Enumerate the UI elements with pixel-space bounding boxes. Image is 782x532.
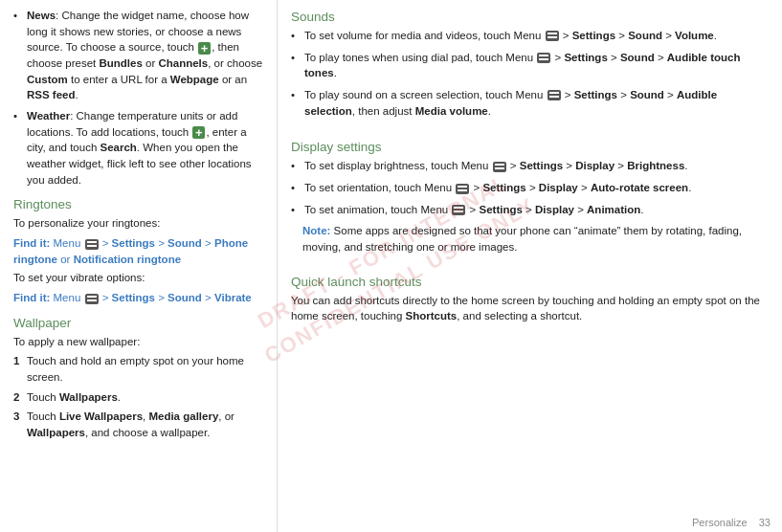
menu-icon-selection [547,90,561,100]
footer-page: 33 [759,517,771,528]
sound-bold-s3: Sound [630,89,664,100]
settings-bold-2: Settings [112,292,155,303]
audible-touch-bold: Audible touch tones [304,52,740,79]
sound-bold-s1: Sound [628,30,662,41]
bullet-text-weather: Weather: Change temperature units or add… [27,108,265,188]
ringtones-intro: To personalize your ringtones: [13,215,265,232]
display-bold-d1: Display [575,160,614,171]
footer-label: Personalize [692,517,747,528]
menu-icon-brightness [493,162,506,172]
wallpapers-bold: Wallpapers [59,391,118,403]
step-1-num: 1 [13,353,27,369]
ringtones-heading: Ringtones [13,197,265,211]
step-2: 2 Touch Wallpapers. [13,389,265,406]
step-1-text: Touch and hold an empty spot on your hom… [27,353,265,385]
media-volume-bold: Media volume [415,105,488,117]
right-column: Sounds • To set volume for media and vid… [278,0,782,532]
page-footer: Personalize 33 [692,517,771,528]
sounds-bullet-3: • To play sound on a screen selection, t… [291,87,769,119]
rssfeed-bold: RSS feed [27,89,76,100]
display-bold-d3: Display [535,204,574,215]
sounds-bullet-1: • To set volume for media and videos, to… [291,28,769,44]
bullet-text-news: News: Change the widget name, choose how… [27,8,265,103]
wallpaper-heading: Wallpaper [13,316,265,330]
step-3-text: Touch Live Wallpapers, Media gallery, or… [27,409,265,440]
sounds-bullet-text-1: To set volume for media and videos, touc… [304,28,769,44]
settings-bold-s3: Settings [574,89,617,100]
findit-label-1: Find it: [13,237,50,249]
separator-2 [291,259,769,265]
settings-bold-s2: Settings [564,52,607,63]
left-column: • News: Change the widget name, choose h… [0,0,278,532]
news-label: News [27,10,56,21]
separator-1 [291,124,769,130]
display-bullet-dot-1: • [291,158,301,174]
wallpapers-bold-2: Wallpapers [27,427,85,438]
volume-bold: Volume [675,30,714,41]
custom-bold: Custom [27,74,68,85]
sound-bold-2: Sound [168,292,202,303]
bullet-dot-news: • [13,8,23,24]
menu-icon-ringtone [85,239,99,250]
bundles-bold: Bundles [99,57,142,69]
bullet-weather: • Weather: Change temperature units or a… [13,108,265,188]
search-bold: Search [101,142,137,153]
step-3: 3 Touch Live Wallpapers, Media gallery, … [13,409,265,440]
bullet-dot-weather: • [13,108,23,124]
animation-bold: Animation [587,204,640,215]
notification-ringtone-bold: Notification ringtone [74,254,181,265]
vibrate-bold: Vibrate [214,292,252,303]
sound-bold-1: Sound [168,237,202,249]
findit-label-2: Find it: [13,292,50,303]
sound-bold-s2: Sound [620,52,655,63]
display-bullet-dot-2: • [291,180,301,196]
sounds-bullet-text-3: To play sound on a screen selection, tou… [304,87,769,119]
menu-icon-orientation [456,184,469,194]
display-bullet-text-3: To set animation, touch Menu > Settings … [304,202,769,218]
findit-vibrate: Find it: Menu > Settings > Sound > Vibra… [13,290,265,306]
sounds-bullet-text-2: To play tones when using dial pad, touch… [304,50,769,81]
menu-icon-animation [452,205,465,215]
menu-icon-vibrate [85,294,99,304]
settings-bold-1: Settings [112,237,155,249]
settings-bold-s1: Settings [572,30,615,41]
display-bullet-1: • To set display brightness, touch Menu … [291,158,769,174]
menu-icon-volume [546,31,559,41]
display-bold-d2: Display [539,182,578,193]
findit-ringtone: Find it: Menu > Settings > Sound > Phone… [13,235,265,267]
settings-bold-d2: Settings [482,182,525,193]
display-settings-heading: Display settings [291,140,769,154]
settings-bold-d1: Settings [520,160,563,171]
display-bullet-dot-3: • [291,202,301,218]
note-label: Note: [302,225,330,236]
brightness-bold: Brightness [627,160,684,171]
menu-icon-tones [537,53,550,63]
plus-icon-news: + [198,42,211,55]
step-2-num: 2 [13,389,27,406]
step-1: 1 Touch and hold an empty spot on your h… [13,353,265,385]
sounds-bullet-2: • To play tones when using dial pad, tou… [291,50,769,81]
wallpaper-intro: To apply a new wallpaper: [13,334,265,350]
step-3-num: 3 [13,409,27,425]
display-bullet-2: • To set orientation, touch Menu > Setti… [291,180,769,196]
display-bullet-text-1: To set display brightness, touch Menu > … [304,158,769,174]
auto-rotate-bold: Auto-rotate screen [591,182,688,193]
display-bullet-text-2: To set orientation, touch Menu > Setting… [304,180,769,196]
webpage-bold: Webpage [170,74,219,85]
quick-launch-heading: Quick launch shortcuts [291,275,769,289]
display-bullet-3: • To set animation, touch Menu > Setting… [291,202,769,218]
sounds-bullet-dot-2: • [291,50,301,66]
sounds-bullet-dot-1: • [291,28,301,44]
plus-icon-weather: + [192,126,205,139]
page-container: • News: Change the widget name, choose h… [0,0,782,532]
channels-bold: Channels [158,57,208,69]
display-note: Note: Some apps are designed so that you… [302,223,769,255]
shortcuts-bold: Shortcuts [406,310,458,321]
vibrate-intro: To set your vibrate options: [13,270,265,286]
weather-label: Weather [27,110,70,122]
step-2-text: Touch Wallpapers. [27,389,265,406]
sounds-heading: Sounds [291,10,769,24]
settings-bold-d3: Settings [480,204,523,215]
media-gallery-bold: Media gallery [148,410,218,422]
sounds-bullet-dot-3: • [291,87,301,103]
